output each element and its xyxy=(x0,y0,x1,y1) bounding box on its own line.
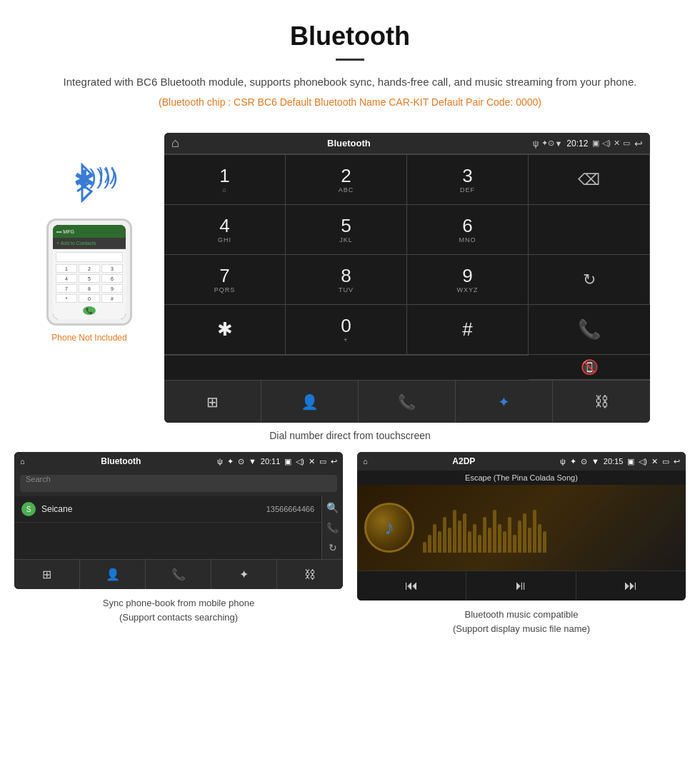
visualizer-bar xyxy=(478,535,481,553)
music-prev-btn[interactable]: ⏮ xyxy=(357,571,466,600)
backspace-icon: ⌫ xyxy=(578,171,600,189)
back-icon[interactable]: ↩ xyxy=(634,138,643,149)
music-track-name: Escape (The Pina Colada Song) xyxy=(363,473,680,482)
visualizer-bar xyxy=(448,528,451,553)
pb-cam-icon[interactable]: ▣ xyxy=(284,457,291,466)
music-bluetooth-icon: ♪ xyxy=(384,516,394,539)
pb-side-icons: 🔍 📞 ↻ xyxy=(321,496,343,559)
visualizer-bar xyxy=(523,513,526,553)
dialer-key-redial[interactable]: ↻ xyxy=(529,255,650,305)
toolbar-phone-btn[interactable]: 📞 xyxy=(359,381,456,423)
phone-key-4[interactable]: 4 xyxy=(56,274,77,283)
pb-home-icon[interactable]: ⌂ xyxy=(20,457,25,466)
dialer-key-5[interactable]: 5 JKL xyxy=(286,205,407,255)
pb-contact-row[interactable]: S Seicane 13566664466 xyxy=(14,496,321,523)
visualizer-bar xyxy=(428,535,431,553)
music-time: 20:15 xyxy=(604,457,624,466)
visualizer-bar xyxy=(458,521,461,553)
dialer-key-7[interactable]: 7 PQRS xyxy=(164,255,286,305)
pb-search-icon[interactable]: 🔍 xyxy=(326,502,339,513)
dialer-key-9[interactable]: 9 WXYZ xyxy=(407,255,529,305)
visualizer-bar xyxy=(508,517,511,553)
location-icon: ⊙ xyxy=(548,139,554,148)
phone-key-star[interactable]: * xyxy=(56,294,77,303)
visualizer-bar xyxy=(538,524,541,553)
music-app-title: A2DP xyxy=(372,456,556,466)
pb-back-icon[interactable]: ↩ xyxy=(331,457,337,466)
music-play-pause-btn[interactable]: ⏯ xyxy=(466,571,576,600)
dialer-key-4[interactable]: 4 GHI xyxy=(164,205,286,255)
page-title: Bluetooth xyxy=(43,21,657,51)
toolbar-grid-btn[interactable]: ⊞ xyxy=(164,381,261,423)
phone-key-hash[interactable]: # xyxy=(101,294,123,303)
phone-key-2[interactable]: 2 xyxy=(79,264,100,273)
pb-toolbar-phone[interactable]: 📞 xyxy=(146,560,211,589)
pb-search-input[interactable]: Search xyxy=(20,475,337,492)
phone-call-button[interactable]: 📞 xyxy=(83,306,96,315)
bluetooth-toolbar-icon: ✦ xyxy=(498,393,510,411)
dialer-key-call-green[interactable]: 📞 xyxy=(529,305,650,355)
phone-key-7[interactable]: 7 xyxy=(56,284,77,293)
music-close-icon[interactable]: ✕ xyxy=(651,457,658,466)
toolbar-contacts-btn[interactable]: 👤 xyxy=(261,381,359,423)
contact-avatar: S xyxy=(21,502,36,516)
phone-key-3[interactable]: 3 xyxy=(101,264,123,273)
phone-not-included-label: Phone Not Included xyxy=(51,333,126,343)
dialer-key-star[interactable]: ✱ xyxy=(164,305,286,355)
visualizer-bar xyxy=(528,528,531,553)
pb-toolbar-grid[interactable]: ⊞ xyxy=(14,560,80,589)
music-cam-icon[interactable]: ▣ xyxy=(627,457,634,466)
phone-key-8[interactable]: 8 xyxy=(79,284,100,293)
phone-key-9[interactable]: 9 xyxy=(101,284,123,293)
dialer-key-hash[interactable]: # xyxy=(407,305,529,355)
dialer-key-empty-2 xyxy=(529,205,650,255)
music-signal-icon: ▼ xyxy=(591,457,599,466)
music-home-icon[interactable]: ⌂ xyxy=(363,457,368,466)
music-win-icon[interactable]: ▭ xyxy=(662,457,669,466)
volume-icon[interactable]: ◁) xyxy=(602,139,611,148)
pb-status-bar: ⌂ Bluetooth ψ ✦ ⊙ ▼ 20:11 ▣ ◁) ✕ ▭ ↩ xyxy=(14,452,343,471)
phone-key-0[interactable]: 0 xyxy=(79,294,100,303)
music-album-art: ♪ xyxy=(364,503,414,553)
pb-call-side-icon[interactable]: 📞 xyxy=(326,522,339,533)
dialer-key-end-call[interactable]: 📵 xyxy=(529,355,650,380)
pb-vol-icon[interactable]: ◁) xyxy=(296,457,304,466)
phone-key-6[interactable]: 6 xyxy=(101,274,123,283)
music-next-btn[interactable]: ⏭ xyxy=(576,571,686,600)
dialer-key-backspace[interactable]: ⌫ xyxy=(529,155,650,205)
pb-win-icon[interactable]: ▭ xyxy=(319,457,326,466)
phone-topbar: ••• MFG xyxy=(53,225,126,238)
contacts-icon: 👤 xyxy=(301,393,319,411)
phone-key-1[interactable]: 1 xyxy=(56,264,77,273)
visualizer-bar xyxy=(493,510,496,553)
phonebook-caption-text: Sync phone-book from mobile phone(Suppor… xyxy=(103,598,254,623)
visualizer-bar xyxy=(518,521,521,553)
pb-close-icon[interactable]: ✕ xyxy=(309,457,315,466)
close-icon[interactable]: ✕ xyxy=(614,139,620,148)
dialer-toolbar: ⊞ 👤 📞 ✦ ⛓ xyxy=(164,380,650,423)
title-divider xyxy=(336,59,364,61)
pb-toolbar: ⊞ 👤 📞 ✦ ⛓ xyxy=(14,559,343,589)
pb-toolbar-link[interactable]: ⛓ xyxy=(277,560,343,589)
toolbar-bluetooth-btn[interactable]: ✦ xyxy=(456,381,553,423)
window-icon[interactable]: ▭ xyxy=(623,139,630,148)
bluetooth-icon-area: ✱ )))) xyxy=(61,161,118,211)
dialer-key-6[interactable]: 6 MNO xyxy=(407,205,529,255)
dialer-key-3[interactable]: 3 DEF xyxy=(407,155,529,205)
dialer-key-0[interactable]: 0 + xyxy=(286,305,407,355)
dialer-key-8[interactable]: 8 TUV xyxy=(286,255,407,305)
music-bt-status-icon: ✦ xyxy=(570,457,576,466)
pb-toolbar-person[interactable]: 👤 xyxy=(80,560,146,589)
phone-dialpad-grid: 1 2 3 4 5 6 7 8 9 * 0 # xyxy=(56,264,123,303)
phone-key-5[interactable]: 5 xyxy=(79,274,100,283)
music-vol-icon[interactable]: ◁) xyxy=(639,457,647,466)
pb-refresh-icon[interactable]: ↻ xyxy=(329,542,337,553)
pb-toolbar-bt[interactable]: ✦ xyxy=(211,560,277,589)
camera-icon[interactable]: ▣ xyxy=(592,139,599,148)
grid-icon: ⊞ xyxy=(206,393,219,411)
dialer-key-2[interactable]: 2 ABC xyxy=(286,155,407,205)
dialer-key-1[interactable]: 1 ⌂ xyxy=(164,155,286,205)
bluetooth-status-icon: ✦ xyxy=(541,139,548,148)
music-back-icon[interactable]: ↩ xyxy=(674,457,680,466)
toolbar-link-btn[interactable]: ⛓ xyxy=(553,381,650,423)
